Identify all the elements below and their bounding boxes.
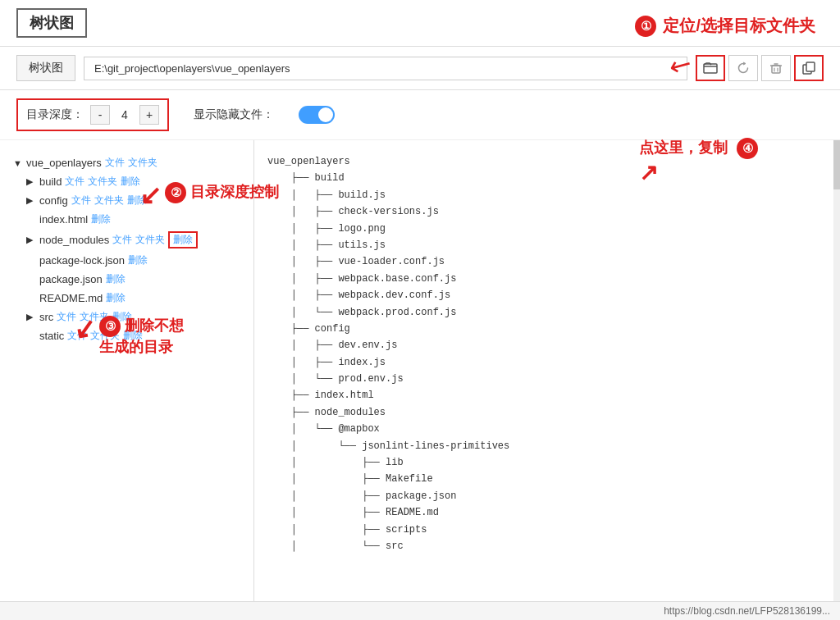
tree-readme-name: README.md (39, 292, 103, 304)
depth-control: 目录深度： - 4 + (16, 98, 169, 131)
tree-line: │ ├── logo.png (267, 221, 827, 237)
left-panel: ▼ vue_openlayers 文件 文件夹 ▶ build 文件 文件夹 删… (0, 140, 254, 609)
tree-action-delete-src[interactable]: 删除 (112, 310, 132, 324)
scrollbar[interactable] (833, 140, 840, 609)
svg-rect-1 (772, 66, 780, 73)
tree-action-file-build[interactable]: 文件 (65, 175, 84, 189)
depth-plus-button[interactable]: + (139, 105, 159, 125)
tree-line: │ └── jsonlint-lines-primitives (267, 438, 827, 454)
tree-static-item: ▶ static 文件 文件夹 删除 (13, 326, 240, 345)
delete-button[interactable] (761, 55, 791, 81)
toolbar-path: E:\git_project\openlayers\vue_openlayers (84, 57, 687, 80)
depth-value: 4 (116, 108, 133, 121)
annotation-1-text: 定位/选择目标文件夹 (663, 15, 815, 37)
tree-action-folder-config[interactable]: 文件夹 (94, 194, 124, 207)
tree-line: │ ├── check-versions.js (267, 203, 827, 220)
hidden-files-toggle[interactable] (299, 106, 335, 124)
tree-action-file-static[interactable]: 文件 (67, 329, 87, 343)
tree-nodemodules-item: ▶ node_modules 文件 文件夹 删除 (13, 229, 240, 251)
tree-readme-item: ▶ README.md 删除 (13, 289, 240, 308)
toolbar: 树状图 E:\git_project\openlayers\vue_openla… (0, 47, 840, 90)
tree-action-folder-src[interactable]: 文件夹 (80, 310, 109, 324)
tree-action-file-config[interactable]: 文件 (71, 194, 91, 207)
tree-line: │ └── prod.env.js (267, 371, 827, 387)
controls-row: 目录深度： - 4 + 显示隐藏文件： (0, 90, 840, 140)
tree-root-item: ▼ vue_openlayers 文件 文件夹 (13, 153, 240, 172)
tree-line: │ ├── package.json (267, 488, 827, 504)
tree-packagelock-name: package-lock.json (39, 254, 125, 267)
tree-line: │ ├── webpack.dev.conf.js (267, 287, 827, 303)
footer: https://blog.csdn.net/LFP528136199... (0, 601, 840, 620)
tree-line: │ ├── lib (267, 454, 827, 471)
tree-line: │ └── webpack.prod.conf.js (267, 304, 827, 321)
tree-action-file-nodemodules[interactable]: 文件 (112, 233, 132, 247)
tree-line: │ ├── build.js (267, 187, 827, 203)
right-panel: vue_openlayers ├── build │ ├── build.js … (254, 140, 840, 609)
arrow-icon-build: ▶ (26, 176, 36, 187)
tree-line: │ ├── utils.js (267, 237, 827, 253)
tree-line: ├── build (267, 170, 827, 186)
page-title: 树状图 (16, 8, 87, 38)
arrow-icon-nodemodules: ▶ (26, 235, 36, 245)
tree-line: │ ├── webpack.base.conf.js (267, 271, 827, 287)
tree-config-name: config (39, 194, 68, 207)
tree-packagejson-name: package.json (39, 273, 103, 285)
tree-action-folder-nodemodules[interactable]: 文件夹 (135, 233, 165, 247)
depth-label: 目录深度： (26, 107, 84, 122)
tree-action-delete-build[interactable]: 删除 (121, 175, 140, 189)
annotation-step1: ① 定位/选择目标文件夹 (635, 15, 815, 37)
tree-packagelock-item: ▶ package-lock.json 删除 (13, 251, 240, 270)
tree-line: vue_openlayers (267, 153, 827, 170)
tree-line: │ ├── index.js (267, 354, 827, 371)
tree-line: │ ├── scripts (267, 522, 827, 538)
depth-minus-button[interactable]: - (90, 105, 110, 125)
tree-line: ├── node_modules (267, 404, 827, 421)
tree-packagejson-item: ▶ package.json 删除 (13, 270, 240, 289)
tree-line: │ ├── dev.env.js (267, 337, 827, 353)
circle-1: ① (635, 16, 656, 37)
tree-line: ├── config (267, 321, 827, 337)
tree-action-delete-config[interactable]: 删除 (127, 194, 147, 207)
tree-line: │ ├── vue-loader.conf.js (267, 253, 827, 270)
scrollbar-thumb[interactable] (833, 140, 840, 189)
tree-action-delete-packagelock[interactable]: 删除 (128, 253, 148, 267)
tree-config-item: ▶ config 文件 文件夹 删除 (13, 191, 240, 210)
tree-line: │ ├── Makefile (267, 471, 827, 487)
hidden-files-label: 显示隐藏文件： (194, 107, 274, 122)
refresh-button[interactable] (728, 55, 758, 81)
tree-action-delete-indexhtml[interactable]: 删除 (91, 212, 111, 226)
folder-button[interactable] (696, 55, 725, 81)
svg-rect-3 (806, 62, 815, 71)
footer-url: https://blog.csdn.net/LFP528136199... (664, 605, 830, 617)
tree-action-delete-nodemodules[interactable]: 删除 (168, 231, 198, 248)
tree-nodemodules-name: node_modules (39, 234, 109, 246)
tree-root-name: vue_openlayers (26, 157, 102, 169)
tree-indexhtml-name: index.html (39, 213, 88, 226)
tree-line: │ └── @mapbox (267, 421, 827, 437)
tree-action-delete-packagejson[interactable]: 删除 (106, 272, 126, 286)
tree-build-name: build (39, 176, 62, 188)
arrow-icon-config: ▶ (26, 195, 36, 206)
tree-action-delete-static[interactable]: 删除 (123, 329, 143, 343)
tree-line: │ └── src (267, 538, 827, 554)
svg-rect-0 (704, 64, 717, 73)
main-content: ▼ vue_openlayers 文件 文件夹 ▶ build 文件 文件夹 删… (0, 140, 840, 609)
tree-indexhtml-item: ▶ index.html 删除 (13, 210, 240, 229)
tree-src-item: ▶ src 文件 文件夹 删除 (13, 308, 240, 326)
tree-line: ├── index.html (267, 387, 827, 403)
tree-action-folder-build[interactable]: 文件夹 (88, 175, 117, 189)
toolbar-label: 树状图 (16, 55, 75, 81)
tree-action-folder-root[interactable]: 文件夹 (128, 156, 158, 170)
tree-action-file-src[interactable]: 文件 (57, 310, 76, 324)
copy-button[interactable] (794, 55, 824, 81)
tree-action-delete-readme[interactable]: 删除 (106, 291, 126, 305)
toolbar-icons (696, 55, 824, 81)
tree-build-item: ▶ build 文件 文件夹 删除 (13, 172, 240, 191)
tree-src-name: src (39, 311, 53, 323)
arrow-icon-root: ▼ (13, 158, 23, 168)
arrow-icon-src: ▶ (26, 312, 36, 322)
tree-static-name: static (39, 330, 64, 342)
tree-action-file-root[interactable]: 文件 (105, 156, 125, 170)
tree-action-folder-static[interactable]: 文件夹 (90, 329, 120, 343)
tree-line: │ ├── README.md (267, 504, 827, 521)
